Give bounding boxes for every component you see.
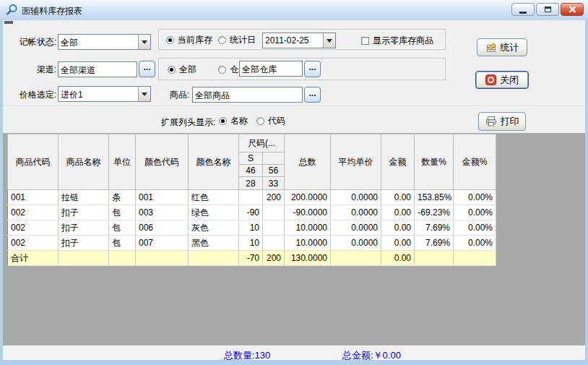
size-sub-header: 33 [263, 177, 285, 190]
column-header-amount: 金额 [381, 134, 415, 190]
dropdown-arrow-icon [138, 87, 150, 101]
close-button-label: 关闭 [500, 74, 519, 87]
corner-dash [4, 21, 13, 24]
channel-field[interactable]: 全部渠道 [58, 61, 137, 77]
stat-date-label: 统计日 [230, 35, 256, 45]
close-button[interactable]: 关闭 [475, 71, 529, 89]
channel-label: 渠道: [7, 64, 56, 74]
close-window-button[interactable] [561, 3, 584, 16]
grid-area: 商品代码 商品名称 单位 颜色代码 颜色名称 尺码(... 总数 平均单价 金额… [3, 133, 585, 345]
app-window: 面辅料库存报表 记帐状态: 全部 当前库存 统计日 [0, 0, 588, 365]
warehouse-browse-button[interactable]: ... [304, 61, 321, 77]
price-value: 进价1 [59, 87, 138, 101]
dropdown-arrow-icon [323, 33, 335, 48]
stat-date-value: 2011-02-25 [263, 33, 323, 48]
radio-current-stock[interactable]: 当前库存 [166, 35, 212, 45]
table-row[interactable]: 002扣子 包006 灰色10 10.0000 0.00000.00 7.69%… [8, 220, 496, 236]
radio-icon [256, 117, 264, 125]
radio-icon [218, 36, 226, 44]
account-status-label: 记帐状态: [7, 37, 56, 47]
show-zero-label: 显示零库存商品 [373, 35, 433, 46]
window-title: 面辅料库存报表 [22, 5, 82, 17]
maximize-icon [545, 7, 551, 12]
dropdown-arrow-icon [138, 35, 150, 49]
column-header-unit: 单位 [109, 134, 136, 190]
window-controls [511, 3, 584, 16]
column-header-total: 总数 [285, 134, 331, 190]
grid-pencil-icon [485, 42, 497, 53]
magnifier-icon [6, 4, 18, 16]
size-sub-header: 56 [263, 165, 285, 177]
checkbox-icon [361, 37, 369, 45]
radio-icon [218, 66, 226, 74]
table-row[interactable]: 002扣子 包007 黑色10 10.0000 0.00000.00 7.69%… [8, 236, 496, 251]
options-panel [3, 106, 585, 133]
ext-code-label: 代码 [268, 116, 285, 126]
radio-icon [219, 117, 227, 125]
radio-all-warehouses[interactable]: 全部 [168, 64, 196, 74]
size-sub-header: 28 [239, 177, 263, 190]
table-row[interactable]: 001拉链 条001 红色 200200.0000 0.00000.00 153… [8, 190, 496, 205]
radio-stat-date[interactable]: 统计日 [218, 35, 256, 45]
size-sub-header: S [239, 153, 263, 165]
column-header-color-code: 颜色代码 [136, 134, 189, 190]
size-sub-header: 46 [239, 165, 263, 177]
column-header-size-group: 尺码(... [239, 134, 285, 153]
table-row[interactable]: 002扣子 包003 绿色-90 -90.0000 0.00000.00 -69… [8, 205, 496, 220]
column-header-qty-pct: 数量% [415, 134, 454, 190]
warehouse-field[interactable]: 全部仓库 [239, 61, 303, 77]
total-amount-text: 总金额:￥0.00 [342, 349, 401, 360]
inventory-table: 商品代码 商品名称 单位 颜色代码 颜色名称 尺码(... 总数 平均单价 金额… [7, 134, 496, 266]
product-browse-button[interactable]: ... [304, 87, 321, 103]
client-area: 记帐状态: 全部 当前库存 统计日 2011-02-25 显示零库存商品 渠道:… [3, 20, 585, 360]
all-label: 全部 [179, 64, 196, 74]
channel-browse-button[interactable]: ... [139, 61, 155, 77]
column-header-product-name: 商品名称 [59, 134, 109, 190]
radio-icon [168, 66, 176, 74]
ext-name-label: 名称 [230, 116, 248, 126]
ext-header-label: 扩展列头显示: [161, 117, 215, 127]
size-sub-header [263, 153, 285, 165]
account-status-value: 全部 [59, 35, 138, 49]
red-power-icon [485, 74, 496, 85]
radio-icon [166, 36, 174, 44]
status-bar: 总数量:130 总金额:￥0.00 [3, 345, 585, 360]
statistics-button-label: 统计 [501, 41, 519, 54]
maximize-button[interactable] [536, 3, 559, 16]
close-icon [568, 6, 576, 13]
product-label: 商品: [162, 90, 189, 100]
total-row[interactable]: 合计 -70 200130.0000 0.00 [8, 251, 496, 266]
minimize-icon [519, 12, 527, 14]
total-quantity-text: 总数量:130 [224, 349, 270, 360]
titlebar: 面辅料库存报表 [0, 0, 588, 20]
statistics-button[interactable]: 统计 [477, 38, 527, 56]
radio-ext-code[interactable]: 代码 [256, 116, 285, 126]
show-zero-checkbox[interactable]: 显示零库存商品 [361, 35, 433, 46]
radio-ext-name[interactable]: 名称 [219, 116, 248, 126]
stat-date-combobox[interactable]: 2011-02-25 [262, 33, 336, 48]
column-header-product-code: 商品代码 [8, 134, 59, 190]
price-combobox[interactable]: 进价1 [58, 86, 151, 102]
product-field[interactable]: 全部商品 [192, 87, 303, 103]
column-header-color-name: 颜色名称 [189, 134, 239, 190]
account-status-combobox[interactable]: 全部 [58, 34, 151, 50]
price-label: 价格选定: [7, 90, 56, 100]
column-header-avg-price: 平均单价 [331, 134, 381, 190]
minimize-button[interactable] [511, 3, 535, 16]
column-header-amount-pct: 金额% [454, 134, 496, 190]
current-stock-label: 当前库存 [178, 35, 212, 45]
